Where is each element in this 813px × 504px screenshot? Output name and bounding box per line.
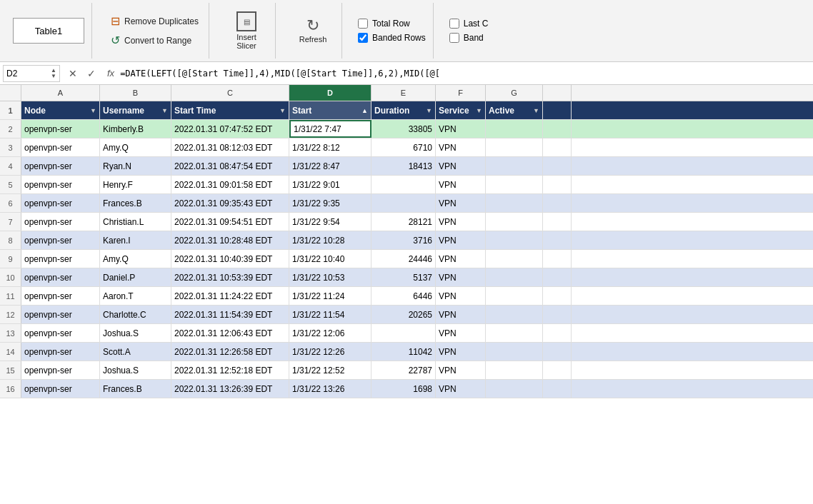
table-cell[interactable]: 2022.01.31 10:28:48 EDT (171, 231, 289, 249)
table-cell[interactable]: openvpn-ser (21, 324, 100, 342)
table-cell[interactable]: VPN (436, 268, 486, 286)
table-row[interactable]: 10openvpn-serDaniel.P2022.01.31 10:53:39… (0, 268, 813, 287)
table-cell[interactable] (543, 231, 572, 249)
table-cell[interactable] (486, 120, 543, 138)
table-row[interactable]: 12openvpn-serCharlotte.C2022.01.31 11:54… (0, 306, 813, 324)
table-cell[interactable]: openvpn-ser (21, 361, 100, 379)
table-cell[interactable]: openvpn-ser (21, 120, 100, 138)
table-cell[interactable] (543, 213, 572, 231)
table-cell[interactable]: openvpn-ser (21, 157, 100, 175)
col-header-f[interactable]: F (436, 85, 486, 101)
table-cell[interactable]: openvpn-ser (21, 380, 100, 398)
header-cell-active[interactable]: Active ▼ (486, 101, 543, 119)
header-cell-start[interactable]: Start ▲ (289, 101, 371, 119)
table-cell[interactable] (486, 213, 543, 231)
table-cell[interactable]: 1/31/22 9:54 (289, 213, 371, 231)
last-col-row[interactable]: Last C (449, 19, 489, 29)
table-cell[interactable] (486, 176, 543, 193)
convert-to-range-button[interactable]: ↺ Convert to Range (108, 32, 201, 49)
cell-reference-box[interactable]: D2 ▲ ▼ (3, 65, 60, 82)
last-col-checkbox[interactable] (449, 19, 459, 29)
table-cell[interactable] (486, 287, 543, 305)
table-cell[interactable]: Frances.B (100, 380, 171, 398)
table-cell[interactable]: openvpn-ser (21, 213, 100, 231)
table-cell[interactable] (486, 324, 543, 342)
table-cell[interactable] (486, 361, 543, 379)
table-cell[interactable] (543, 268, 572, 286)
table-cell[interactable]: 5137 (371, 268, 436, 286)
filter-arrow-start-time[interactable]: ▼ (279, 107, 286, 114)
table-row[interactable]: 13openvpn-serJoshua.S2022.01.31 12:06:43… (0, 324, 813, 343)
table-cell[interactable]: 2022.01.31 12:52:18 EDT (171, 361, 289, 379)
filter-arrow-service[interactable]: ▼ (476, 107, 482, 114)
table-cell[interactable]: 6710 (371, 138, 436, 156)
table-cell[interactable]: 2022.01.31 08:12:03 EDT (171, 138, 289, 156)
table-cell[interactable] (371, 324, 436, 342)
table-cell[interactable]: 20265 (371, 306, 436, 323)
header-cell-username[interactable]: Username ▼ (100, 101, 171, 119)
table-cell[interactable]: 1/31/22 12:06 (289, 324, 371, 342)
table-cell[interactable]: 2022.01.31 10:53:39 EDT (171, 268, 289, 286)
table-row[interactable]: 5openvpn-serHenry.F2022.01.31 09:01:58 E… (0, 176, 813, 194)
table-row[interactable]: 15openvpn-serJoshua.S2022.01.31 12:52:18… (0, 361, 813, 380)
total-row-row[interactable]: Total Row (358, 19, 426, 29)
table-row[interactable]: 11openvpn-serAaron.T2022.01.31 11:24:22 … (0, 287, 813, 306)
table-cell[interactable]: 18413 (371, 157, 436, 175)
table-cell[interactable]: Joshua.S (100, 324, 171, 342)
table-cell[interactable]: VPN (436, 287, 486, 305)
table-cell[interactable] (486, 194, 543, 212)
table-cell[interactable]: 6446 (371, 287, 436, 305)
cancel-formula-button[interactable]: ✕ (66, 68, 80, 79)
table-cell[interactable]: VPN (436, 157, 486, 175)
banded-rows-row[interactable]: Banded Rows (358, 33, 426, 43)
table-row[interactable]: 9openvpn-serAmy.Q2022.01.31 10:40:39 EDT… (0, 250, 813, 268)
table-cell[interactable]: Henry.F (100, 176, 171, 193)
table-cell[interactable] (543, 120, 572, 138)
table-cell[interactable]: Christian.L (100, 213, 171, 231)
banded-rows-checkbox[interactable] (358, 33, 368, 43)
table-cell[interactable]: 1/31/22 11:54 (289, 306, 371, 323)
table-cell[interactable] (543, 138, 572, 156)
table-cell[interactable]: 1/31/22 12:26 (289, 343, 371, 361)
table-cell[interactable] (486, 231, 543, 249)
filter-arrow-node[interactable]: ▼ (90, 107, 96, 114)
table-cell[interactable]: VPN (436, 138, 486, 156)
table-cell[interactable] (543, 343, 572, 361)
insert-slicer-button[interactable]: ▤ InsertSlicer (225, 9, 268, 53)
col-header-c[interactable]: C (171, 85, 289, 101)
table-cell[interactable]: 2022.01.31 11:24:22 EDT (171, 287, 289, 305)
table-cell[interactable]: VPN (436, 213, 486, 231)
table-cell[interactable]: 3716 (371, 231, 436, 249)
table-cell[interactable]: openvpn-ser (21, 176, 100, 193)
table-cell[interactable]: openvpn-ser (21, 268, 100, 286)
table-name-input[interactable]: Table1 (13, 18, 84, 44)
table-cell[interactable]: 11042 (371, 343, 436, 361)
table-cell[interactable] (486, 157, 543, 175)
table-cell[interactable]: 2022.01.31 13:26:39 EDT (171, 380, 289, 398)
table-cell[interactable]: 2022.01.31 10:40:39 EDT (171, 250, 289, 268)
table-cell[interactable] (543, 176, 572, 193)
table-cell[interactable]: Joshua.S (100, 361, 171, 379)
remove-duplicates-button[interactable]: ⊟ Remove Duplicates (108, 13, 201, 29)
table-cell[interactable]: 1/31/22 10:53 (289, 268, 371, 286)
total-row-checkbox[interactable] (358, 19, 368, 29)
table-cell[interactable] (543, 194, 572, 212)
table-cell[interactable]: Aaron.T (100, 287, 171, 305)
table-cell[interactable]: VPN (436, 120, 486, 138)
col-header-b[interactable]: B (100, 85, 171, 101)
header-cell-start-time[interactable]: Start Time ▼ (171, 101, 289, 119)
table-row[interactable]: 6openvpn-serFrances.B2022.01.31 09:35:43… (0, 194, 813, 213)
table-row[interactable]: 2openvpn-serKimberly.B2022.01.31 07:47:5… (0, 120, 813, 138)
table-row[interactable]: 7openvpn-serChristian.L2022.01.31 09:54:… (0, 213, 813, 231)
table-cell[interactable]: 1/31/22 10:28 (289, 231, 371, 249)
table-cell[interactable]: openvpn-ser (21, 138, 100, 156)
table-cell[interactable] (486, 343, 543, 361)
table-cell[interactable]: 2022.01.31 12:26:58 EDT (171, 343, 289, 361)
table-cell[interactable]: 24446 (371, 250, 436, 268)
col-header-d[interactable]: D (289, 85, 371, 101)
table-cell[interactable]: VPN (436, 231, 486, 249)
header-cell-service[interactable]: Service ▼ (436, 101, 486, 119)
table-cell[interactable]: Charlotte.C (100, 306, 171, 323)
table-cell[interactable]: Kimberly.B (100, 120, 171, 138)
table-cell[interactable]: VPN (436, 194, 486, 212)
